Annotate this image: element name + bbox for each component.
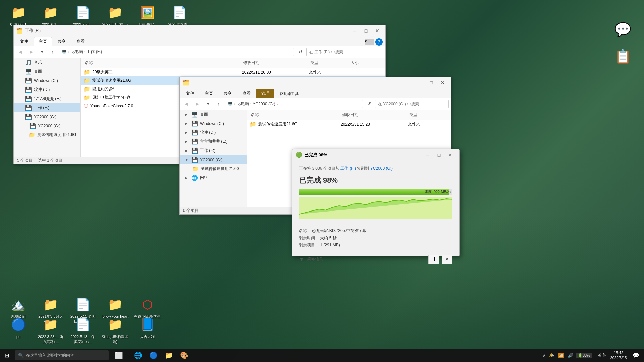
desktop-icon-1[interactable]: 📁 2021.6.1... [36, 3, 66, 28]
sidebar-yc-g[interactable]: 💾 YC2000 (G:) [14, 112, 80, 121]
tab-drivertool-yc[interactable]: 驱动器工具 [275, 89, 304, 98]
progress-items-row: 剩余项目： 1 (291 MB) [299, 242, 452, 249]
desktop-icon-0[interactable]: 📁 0_100001 [3, 3, 34, 28]
col-type-main[interactable]: 类型 [309, 59, 349, 66]
app-icon-green[interactable]: 💬 [608, 20, 638, 40]
tab-file-main[interactable]: 文件 [15, 37, 33, 46]
help-icon-main[interactable]: ? [375, 38, 383, 46]
drive-c-icon: 💾 [25, 77, 32, 84]
tab-share-main[interactable]: 共享 [53, 37, 71, 46]
tab-home-main[interactable]: 主页 [34, 37, 52, 46]
progress-maximize-btn[interactable]: □ [434, 150, 444, 160]
sidebar-yc-label-e: 宝宝和斐斐 (E:) [200, 139, 228, 144]
sidebar-desktop[interactable]: 🖥️ 桌面 [14, 67, 80, 76]
progress-from-link[interactable]: 工作 (F:) [340, 166, 356, 171]
back-btn-main[interactable]: ◀ [16, 48, 25, 56]
notification-center-btn[interactable]: 💬 [631, 352, 641, 359]
sidebar-test-folder[interactable]: 📁 测试传输速度用21.6G [14, 130, 80, 139]
start-button[interactable]: ⊞ [0, 349, 13, 362]
tray-weather-icon[interactable]: 🌤️ [548, 351, 556, 359]
file-row-20[interactable]: 📁 20级大英二 2022/5/11 20:00 文件夹 [81, 68, 385, 76]
col-date-yc[interactable]: 修改日期 [341, 111, 408, 118]
refresh-btn-yc[interactable]: ↺ [364, 100, 374, 108]
search-input-main[interactable] [306, 48, 383, 56]
file-row-test-yc[interactable]: 📁 测试传输速度用21.6G 2022/5/31 15:23 文件夹 [247, 120, 451, 128]
sidebar-yc-g-expanded[interactable]: ▼ 💾 YC2000 (G:) [180, 155, 247, 164]
tab-file-yc[interactable]: 文件 [181, 89, 199, 98]
pause-button[interactable]: ⏸ [428, 255, 439, 264]
up-btn-yc[interactable]: ↑ [214, 100, 223, 108]
sidebar-yc-testfolder[interactable]: 📁 测试传输速度用21.6G [180, 164, 247, 173]
sidebar-yc-desktop[interactable]: ▶ 🖥️ 桌面 [180, 110, 247, 119]
col-size-main[interactable]: 大小 [349, 59, 383, 66]
photo-btn[interactable]: 🎨 [177, 349, 192, 362]
tray-network-icon[interactable]: 📶 [557, 351, 565, 359]
desktop-icon-2022-3[interactable]: 📁 2022.3.28-... 听力真题+... [36, 315, 66, 345]
col-date-main[interactable]: 修改日期 [242, 59, 309, 66]
chevron-down-icon-main[interactable]: ▾ [365, 39, 374, 45]
explorer-yc-maximize-btn[interactable]: □ [426, 78, 437, 87]
sidebar-yc-c[interactable]: ▶ 💾 Windows (C:) [180, 119, 247, 128]
system-clock[interactable]: 15:42 2022/6/15 [608, 350, 629, 361]
file-type-test-yc: 文件夹 [408, 121, 448, 127]
app-icon-blue[interactable]: 📋 [608, 47, 638, 67]
language-label[interactable]: 英 [598, 353, 602, 358]
explorer-yc-minimize-btn[interactable]: ─ [415, 78, 425, 87]
sidebar-yc-g2[interactable]: 💾 YC2000 (G:) [14, 121, 80, 130]
explorer-main-close-btn[interactable]: ✕ [372, 26, 383, 36]
sidebar-music[interactable]: 🎵 音乐 [14, 58, 80, 67]
taskbar-search-bar[interactable]: 🔍 在这里输入你要搜索的内容 [15, 350, 109, 360]
col-type-yc[interactable]: 类型 [408, 111, 448, 118]
sidebar-yc-network[interactable]: ▶ 🌐 网络 [180, 173, 247, 182]
tray-volume-icon[interactable]: 🔊 [567, 351, 575, 359]
forward-btn-main[interactable]: ▶ [26, 48, 36, 56]
dropdown-btn-main[interactable]: ▾ [37, 48, 47, 56]
search-input-yc[interactable] [375, 100, 449, 108]
refresh-btn-main[interactable]: ↺ [296, 48, 305, 56]
desktop-icon-4[interactable]: 🖼️ 北京四机/... [132, 3, 162, 28]
progress-to-link[interactable]: YC2000 (G:) [370, 166, 393, 171]
desktop-icon-5[interactable]: 📄 2023年春季... [164, 3, 195, 28]
sidebar-work-f[interactable]: 💾 工作 (F:) [14, 103, 80, 112]
col-name-yc[interactable]: 名称 [250, 111, 341, 118]
address-path-yc[interactable]: 🖥️ › 此电脑 › YC2000 (G:) › [225, 100, 363, 108]
desktop-icon-pe[interactable]: 🔵 pe [3, 315, 34, 345]
dropdown-btn-yc[interactable]: ▾ [203, 100, 213, 108]
sidebar-baby-e[interactable]: 💾 宝宝和斐斐 (E:) [14, 94, 80, 103]
desktop-icon-word[interactable]: 📘 大吉大利 [132, 315, 162, 345]
battery-indicator[interactable]: 🔋 83% [576, 353, 592, 358]
forward-btn-yc[interactable]: ▶ [193, 100, 202, 108]
up-btn-main[interactable]: ↑ [48, 48, 57, 56]
address-path-main[interactable]: 🖥️ › 此电脑 › 工作 (F:) [59, 48, 294, 56]
tab-manage-yc[interactable]: 管理 [256, 89, 274, 98]
tray-expand[interactable]: ∧ [543, 353, 546, 358]
desktop-icon-3[interactable]: 📁 2022.5.15(布...) [100, 3, 130, 28]
tab-view-yc[interactable]: 查看 [237, 89, 256, 98]
task-view-btn[interactable]: ⬜ [111, 349, 126, 362]
explorer-main-minimize-btn[interactable]: ─ [349, 26, 360, 36]
file-explorer-btn[interactable]: 📁 [161, 349, 176, 362]
explorer-yc-close-btn[interactable]: ✕ [437, 78, 448, 87]
sidebar-windows-c[interactable]: 💾 Windows (C:) [14, 76, 80, 85]
ime-icon[interactable]: 英 [602, 353, 606, 358]
lark-btn[interactable]: 🔵 [146, 349, 161, 362]
explorer-main-maximize-btn[interactable]: □ [361, 26, 371, 36]
desktop-yc-icon: 🖥️ [191, 111, 198, 118]
col-name-main[interactable]: 名称 [84, 59, 242, 66]
tab-share-yc[interactable]: 共享 [219, 89, 237, 98]
desktop-icon-2022-5-18[interactable]: 📄 2022.5.18... 冬奥花+tes... [68, 315, 98, 345]
progress-minimize-btn[interactable]: ─ [422, 150, 433, 160]
progress-close-btn[interactable]: ✕ [445, 150, 456, 160]
sidebar-software-d[interactable]: 💾 软件 (D:) [14, 85, 80, 94]
cancel-button[interactable]: ✕ [442, 255, 452, 264]
desktop-icon-2[interactable]: 📄 2022.2.28... [68, 3, 98, 28]
desktop-icon-youdao2[interactable]: 📁 有道小班课(教师端) [100, 315, 130, 345]
back-btn-yc[interactable]: ◀ [182, 100, 191, 108]
tab-view-main[interactable]: 查看 [71, 37, 90, 46]
edge-browser-btn[interactable]: 🌐 [130, 349, 145, 362]
sidebar-yc-f[interactable]: ▶ 💾 工作 (F:) [180, 146, 247, 155]
icon-img-4: 🖼️ [139, 5, 155, 21]
tab-home-yc[interactable]: 主页 [200, 89, 218, 98]
sidebar-yc-e[interactable]: ▶ 💾 宝宝和斐斐 (E:) [180, 137, 247, 146]
sidebar-yc-d[interactable]: ▶ 💾 软件 (D:) [180, 128, 247, 137]
